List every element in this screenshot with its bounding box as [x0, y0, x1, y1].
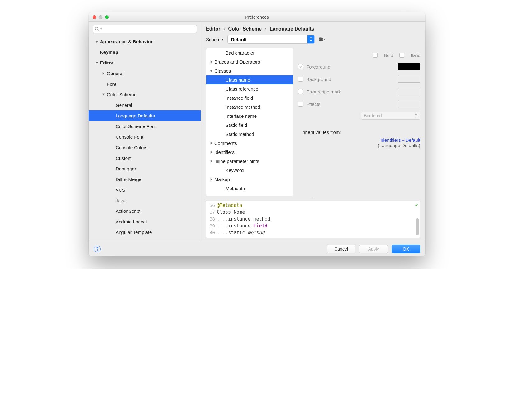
- sidebar-item-label: Custom: [116, 155, 132, 161]
- scheme-label: Scheme:: [206, 37, 224, 42]
- category-item[interactable]: Bad character: [206, 48, 293, 57]
- breadcrumb-item[interactable]: Language Defaults: [269, 26, 314, 32]
- error-stripe-checkbox[interactable]: [298, 89, 303, 94]
- italic-label: Italic: [411, 53, 420, 58]
- tree-arrow-icon: [101, 93, 106, 96]
- category-label: Static field: [226, 122, 247, 128]
- category-label: Classes: [214, 68, 231, 74]
- sidebar-item[interactable]: Diff & Merge: [89, 174, 201, 184]
- inherit-link[interactable]: Identifiers→Default: [298, 137, 420, 143]
- sidebar: ▾ Appearance & BehaviorKeymapEditorGener…: [89, 22, 201, 241]
- effects-type-select[interactable]: Bordered: [361, 112, 420, 120]
- sidebar-item[interactable]: Console Font: [89, 131, 201, 142]
- background-swatch[interactable]: [398, 76, 420, 83]
- help-button[interactable]: ?: [94, 246, 101, 252]
- category-item[interactable]: Instance method: [206, 103, 293, 112]
- sidebar-item[interactable]: Color Scheme: [89, 89, 201, 100]
- error-stripe-label: Error stripe mark: [306, 89, 395, 94]
- foreground-swatch[interactable]: [398, 63, 420, 70]
- gutter: 3637383940: [206, 201, 217, 238]
- sidebar-item[interactable]: Editor: [89, 57, 201, 68]
- sidebar-item[interactable]: VCS: [89, 184, 201, 195]
- breadcrumb-item[interactable]: Color Scheme: [228, 26, 262, 32]
- inherit-sub: (Language Defaults): [298, 143, 420, 148]
- category-list[interactable]: Bad characterBraces and OperatorsClasses…: [206, 48, 293, 196]
- foreground-checkbox[interactable]: [298, 64, 303, 69]
- sidebar-item[interactable]: Angular Template: [89, 227, 201, 237]
- sidebar-item[interactable]: General: [89, 100, 201, 110]
- sidebar-item-label: ActionScript: [116, 208, 140, 214]
- category-item[interactable]: Instance field: [206, 93, 293, 103]
- cancel-button[interactable]: Cancel: [327, 245, 355, 253]
- sidebar-item-label: Language Defaults: [116, 113, 155, 118]
- sidebar-item[interactable]: Language Defaults: [89, 110, 201, 121]
- background-checkbox[interactable]: [298, 77, 303, 82]
- category-item[interactable]: Static method: [206, 130, 293, 139]
- sidebar-item-label: Angular Template: [116, 230, 152, 235]
- settings-tree[interactable]: Appearance & BehaviorKeymapEditorGeneral…: [89, 36, 201, 237]
- tree-arrow-icon: [209, 160, 214, 163]
- search-icon: [95, 27, 99, 31]
- tree-arrow-icon: [94, 40, 99, 43]
- tree-arrow-icon: [209, 69, 214, 72]
- bold-checkbox[interactable]: [373, 53, 378, 58]
- category-item[interactable]: Keyword: [206, 166, 293, 175]
- sidebar-item[interactable]: Console Colors: [89, 142, 201, 153]
- sidebar-item[interactable]: Appearance & Behavior: [89, 36, 201, 47]
- sidebar-item[interactable]: General: [89, 68, 201, 79]
- sidebar-item[interactable]: Color Scheme Font: [89, 121, 201, 131]
- sidebar-item[interactable]: Android Logcat: [89, 216, 201, 227]
- sidebar-item[interactable]: Font: [89, 79, 201, 89]
- sidebar-item-label: VCS: [116, 187, 125, 193]
- category-item[interactable]: Markup: [206, 175, 293, 184]
- search-input[interactable]: [103, 27, 195, 31]
- titlebar: Preferences: [89, 12, 425, 22]
- category-item[interactable]: Comments: [206, 139, 293, 148]
- category-item[interactable]: Static field: [206, 121, 293, 130]
- category-item[interactable]: Class name: [206, 75, 293, 84]
- scrollbar-thumb[interactable]: [416, 218, 419, 235]
- category-item[interactable]: Class reference: [206, 84, 293, 93]
- tree-arrow-icon: [94, 61, 99, 64]
- breadcrumb-item[interactable]: Editor: [206, 26, 220, 32]
- splitter-grip[interactable]: ······: [201, 196, 425, 199]
- search-dropdown-icon[interactable]: ▾: [100, 27, 102, 31]
- ok-button[interactable]: OK: [392, 245, 420, 253]
- window-title: Preferences: [89, 15, 425, 20]
- apply-button[interactable]: Apply: [359, 245, 388, 253]
- scheme-combo[interactable]: Default: [227, 35, 315, 44]
- category-item[interactable]: Classes: [206, 66, 293, 75]
- sidebar-item[interactable]: Custom: [89, 153, 201, 163]
- scheme-gear-button[interactable]: ▾: [318, 36, 326, 42]
- sidebar-item-label: Color Scheme Font: [116, 124, 156, 129]
- category-label: Static method: [226, 131, 254, 137]
- category-item[interactable]: Inline parameter hints: [206, 157, 293, 166]
- sidebar-item-label: Keymap: [100, 50, 118, 55]
- effects-swatch[interactable]: [398, 101, 420, 107]
- sidebar-item-label: Console Font: [116, 134, 143, 140]
- scheme-value: Default: [228, 37, 307, 42]
- effects-label: Effects: [306, 102, 395, 107]
- foreground-label: Foreground: [306, 64, 395, 69]
- preview-editor[interactable]: 3637383940 @Metadata Class Name ....inst…: [206, 201, 420, 238]
- category-item[interactable]: Interface name: [206, 112, 293, 121]
- category-item[interactable]: Identifiers: [206, 148, 293, 157]
- category-label: Braces and Operators: [214, 59, 260, 64]
- scheme-dropdown-button[interactable]: [307, 35, 314, 43]
- sidebar-item[interactable]: Java: [89, 195, 201, 206]
- italic-checkbox[interactable]: [399, 53, 404, 58]
- sidebar-item[interactable]: Debugger: [89, 163, 201, 174]
- error-stripe-swatch[interactable]: [398, 88, 420, 95]
- sidebar-item-label: Editor: [100, 60, 113, 65]
- category-label: Identifiers: [214, 150, 235, 155]
- chevron-right-icon: ›: [223, 26, 225, 32]
- sidebar-item[interactable]: Keymap: [89, 47, 201, 57]
- category-item[interactable]: Metadata: [206, 184, 293, 193]
- code-area: @Metadata Class Name ....instance method…: [217, 202, 414, 236]
- effects-checkbox[interactable]: [298, 102, 303, 107]
- category-label: Bad character: [226, 50, 255, 55]
- category-item[interactable]: Braces and Operators: [206, 57, 293, 66]
- search-field[interactable]: ▾: [93, 25, 197, 33]
- sidebar-item[interactable]: ActionScript: [89, 206, 201, 216]
- category-label: Metadata: [226, 186, 245, 191]
